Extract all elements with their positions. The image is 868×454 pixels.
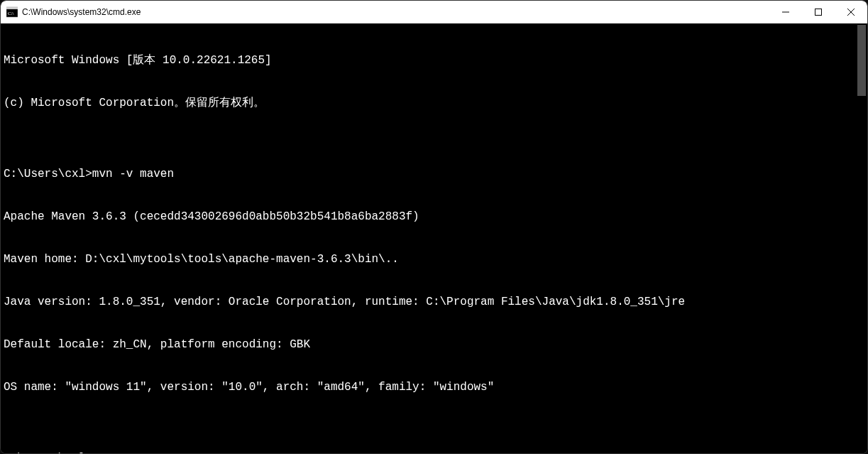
minimize-button[interactable] xyxy=(769,1,802,23)
svg-rect-4 xyxy=(815,9,822,16)
prompt-line: C:\Users\cxl> xyxy=(4,451,864,453)
terminal-body[interactable]: Microsoft Windows [版本 10.0.22621.1265] (… xyxy=(1,23,867,453)
terminal-content: Microsoft Windows [版本 10.0.22621.1265] (… xyxy=(4,25,864,453)
close-button[interactable] xyxy=(835,1,867,23)
output-line: Apache Maven 3.6.3 (cecedd343002696d0abb… xyxy=(4,210,864,224)
output-line: Default locale: zh_CN, platform encoding… xyxy=(4,337,864,352)
output-line: (c) Microsoft Corporation。保留所有权利。 xyxy=(4,96,864,110)
prompt-text: C:\Users\cxl> xyxy=(4,452,92,453)
window-titlebar: C:\ C:\Windows\system32\cmd.exe xyxy=(1,1,867,23)
maximize-button[interactable] xyxy=(802,1,835,23)
output-line: Maven home: D:\cxl\mytools\tools\apache-… xyxy=(4,252,864,266)
window-title: C:\Windows\system32\cmd.exe xyxy=(22,7,141,17)
output-line: OS name: "windows 11", version: "10.0", … xyxy=(4,380,864,394)
titlebar-controls xyxy=(769,1,867,23)
output-line: C:\Users\cxl>mvn -v maven xyxy=(4,167,864,181)
output-line: Java version: 1.8.0_351, vendor: Oracle … xyxy=(4,295,864,309)
svg-text:C:\: C:\ xyxy=(8,11,14,16)
scrollbar-thumb[interactable] xyxy=(857,25,866,96)
cmd-icon: C:\ xyxy=(6,6,18,18)
output-line: Microsoft Windows [版本 10.0.22621.1265] xyxy=(4,53,864,67)
svg-rect-1 xyxy=(6,7,18,9)
titlebar-left: C:\ C:\Windows\system32\cmd.exe xyxy=(1,6,141,18)
